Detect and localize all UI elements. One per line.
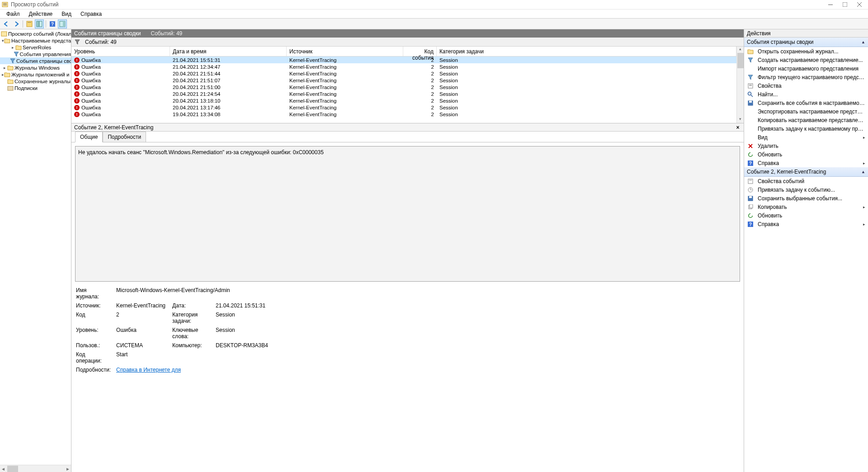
action-label: Сохранить все события в настраиваемом пр… bbox=[758, 100, 865, 106]
action-create-custom[interactable]: Создать настраиваемое представление... bbox=[744, 56, 868, 64]
col-code[interactable]: Код события bbox=[403, 47, 437, 56]
action-attach-event-task[interactable]: Привязать задачу к событию... bbox=[744, 185, 868, 194]
expand-icon[interactable]: ▸ bbox=[10, 45, 15, 50]
expand-icon[interactable]: ▸ bbox=[2, 65, 7, 71]
action-copy-custom[interactable]: Копировать настраиваемое представление..… bbox=[744, 116, 868, 124]
table-row[interactable]: !Ошибка20.04.2021 21:24:54Kernel-EventTr… bbox=[71, 90, 736, 97]
filter-count: Событий: 49 bbox=[85, 39, 117, 45]
menu-file[interactable]: Файл bbox=[3, 10, 24, 18]
col-task[interactable]: Категория задачи bbox=[437, 47, 736, 56]
col-datetime[interactable]: Дата и время bbox=[170, 47, 287, 56]
detail-header: Событие 2, Kernel-EventTracing × bbox=[71, 123, 744, 132]
tab-general[interactable]: Общие bbox=[75, 132, 103, 142]
cell-task: Session bbox=[437, 71, 736, 76]
error-icon: ! bbox=[74, 57, 80, 63]
prop-computer-value: DESKTOP-RM3A3B4 bbox=[216, 341, 739, 349]
action-help2[interactable]: ? Справка ▸ bbox=[744, 220, 868, 228]
tab-details[interactable]: Подробности bbox=[103, 132, 146, 142]
show-tree-button[interactable] bbox=[25, 19, 34, 28]
scroll-thumb[interactable] bbox=[7, 466, 18, 472]
action-event-props[interactable]: Свойства событий bbox=[744, 177, 868, 185]
scroll-up-icon[interactable]: ▴ bbox=[737, 47, 744, 53]
table-row[interactable]: !Ошибка20.04.2021 13:18:10Kernel-EventTr… bbox=[71, 97, 736, 104]
tree-label: Подписки bbox=[14, 85, 38, 91]
back-button[interactable] bbox=[2, 19, 11, 28]
folder-icon bbox=[4, 38, 10, 44]
actions-pane-button[interactable] bbox=[58, 19, 67, 28]
spacer bbox=[2, 79, 7, 84]
action-label: Вид bbox=[758, 134, 859, 141]
action-attach-task[interactable]: Привязать задачу к настраиваемому предст… bbox=[744, 124, 868, 133]
action-label: Привязать задачу к настраиваемому предст… bbox=[758, 126, 865, 132]
menu-view[interactable]: Вид bbox=[58, 10, 75, 18]
close-button[interactable] bbox=[856, 1, 863, 8]
action-find[interactable]: Найти... bbox=[744, 90, 868, 99]
filter-icon[interactable] bbox=[74, 39, 80, 45]
action-help[interactable]: ? Справка ▸ bbox=[744, 159, 868, 167]
tree-savedlogs[interactable]: Сохраненные журналы bbox=[0, 78, 71, 85]
tree-subs[interactable]: Подписки bbox=[0, 85, 71, 91]
preview-pane-button[interactable] bbox=[35, 19, 44, 28]
tree-summary-events[interactable]: События страницы сво bbox=[0, 57, 71, 64]
forward-button[interactable] bbox=[12, 19, 21, 28]
help-link[interactable]: Справка в Интернете для bbox=[116, 367, 181, 373]
folder-icon bbox=[7, 78, 14, 85]
menu-action[interactable]: Действие bbox=[25, 10, 57, 18]
action-export-custom[interactable]: Экспортировать настраиваемое представлен… bbox=[744, 107, 868, 116]
tree-hscrollbar[interactable]: ◂ ▸ bbox=[0, 465, 71, 472]
close-detail-button[interactable]: × bbox=[735, 124, 741, 131]
col-level[interactable]: Уровень bbox=[71, 47, 170, 56]
action-label: Копировать настраиваемое представление..… bbox=[758, 117, 865, 123]
error-icon: ! bbox=[74, 112, 80, 117]
action-refresh[interactable]: Обновить bbox=[744, 150, 868, 159]
scroll-thumb[interactable] bbox=[737, 53, 744, 68]
svg-rect-30 bbox=[749, 180, 752, 180]
cell-source: Kernel-EventTracing bbox=[287, 64, 403, 70]
menu-help[interactable]: Справка bbox=[77, 10, 105, 18]
col-source[interactable]: Источник bbox=[287, 47, 403, 56]
action-properties[interactable]: Свойства bbox=[744, 81, 868, 90]
action-copy[interactable]: Копировать ▸ bbox=[744, 203, 868, 211]
tree-winlogs[interactable]: ▸ Журналы Windows bbox=[0, 64, 71, 71]
minimize-button[interactable] bbox=[827, 1, 834, 8]
scroll-left-icon[interactable]: ◂ bbox=[0, 466, 6, 472]
cell-datetime: 19.04.2021 13:34:08 bbox=[170, 112, 287, 117]
cell-source: Kernel-EventTracing bbox=[287, 98, 403, 104]
action-save-all[interactable]: Сохранить все события в настраиваемом пр… bbox=[744, 99, 868, 107]
tree-root[interactable]: Просмотр событий (Локальны bbox=[0, 30, 71, 37]
collapse-icon[interactable]: ▲ bbox=[861, 170, 865, 174]
table-row[interactable]: !Ошибка20.04.2021 21:51:44Kernel-EventTr… bbox=[71, 70, 736, 77]
actions-panel: Действия События страницы сводки ▲ Откры… bbox=[744, 29, 868, 472]
table-row[interactable]: !Ошибка20.04.2021 21:51:00Kernel-EventTr… bbox=[71, 84, 736, 90]
collapse-icon[interactable]: ▲ bbox=[861, 40, 865, 44]
tree-applogs[interactable]: ▸ Журналы приложений и сл bbox=[0, 71, 71, 78]
action-import-custom[interactable]: Импорт настраиваемого представления bbox=[744, 64, 868, 73]
maximize-button[interactable] bbox=[842, 1, 848, 8]
action-filter-current[interactable]: Фильтр текущего настраиваемого представл… bbox=[744, 73, 868, 81]
table-row[interactable]: !Ошибка19.04.2021 13:34:08Kernel-EventTr… bbox=[71, 111, 736, 118]
table-row[interactable]: !Ошибка20.04.2021 13:17:46Kernel-EventTr… bbox=[71, 104, 736, 111]
svg-rect-8 bbox=[27, 21, 32, 27]
help-button[interactable]: ? bbox=[48, 19, 57, 28]
submenu-icon: ▸ bbox=[863, 205, 865, 209]
action-refresh2[interactable]: Обновить bbox=[744, 211, 868, 220]
table-row[interactable]: !Ошибка21.04.2021 15:51:31Kernel-EventTr… bbox=[71, 57, 736, 63]
tree-serverroles[interactable]: ▸ ServerRoles bbox=[0, 44, 71, 51]
tree-admin-events[interactable]: События управления bbox=[0, 51, 71, 57]
action-delete[interactable]: Удалить bbox=[744, 142, 868, 150]
action-view[interactable]: Вид ▸ bbox=[744, 133, 868, 142]
toolbar: ? bbox=[0, 19, 868, 29]
table-row[interactable]: !Ошибка21.04.2021 12:34:47Kernel-EventTr… bbox=[71, 63, 736, 70]
action-save-selected[interactable]: Сохранить выбранные события... bbox=[744, 194, 868, 203]
scroll-right-icon[interactable]: ▸ bbox=[65, 466, 71, 472]
svg-point-21 bbox=[748, 92, 751, 95]
tree-custom-views[interactable]: ▾ Настраиваемые представле bbox=[0, 37, 71, 44]
app-icon bbox=[2, 1, 8, 8]
tree-label: Журналы Windows bbox=[14, 65, 60, 71]
svg-rect-4 bbox=[828, 5, 833, 5]
cell-level: Ошибка bbox=[81, 85, 101, 90]
grid-vscrollbar[interactable]: ▴ ▾ bbox=[736, 47, 744, 123]
action-open-saved[interactable]: Открыть сохраненный журнал... bbox=[744, 47, 868, 56]
scroll-down-icon[interactable]: ▾ bbox=[737, 117, 744, 123]
table-row[interactable]: !Ошибка20.04.2021 21:51:07Kernel-EventTr… bbox=[71, 77, 736, 84]
